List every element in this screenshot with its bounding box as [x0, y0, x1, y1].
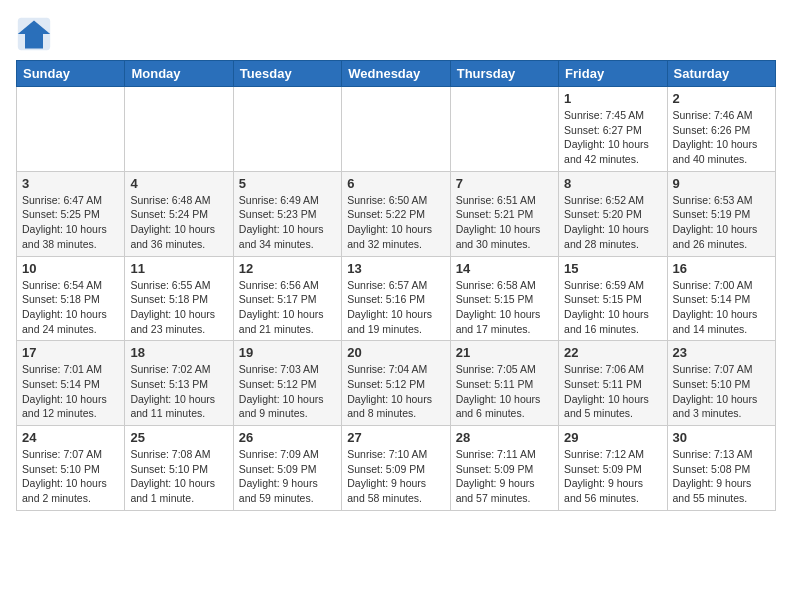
calendar-header-row: SundayMondayTuesdayWednesdayThursdayFrid… [17, 61, 776, 87]
day-number: 7 [456, 176, 553, 191]
day-number: 14 [456, 261, 553, 276]
day-number: 20 [347, 345, 444, 360]
day-number: 6 [347, 176, 444, 191]
day-info: Sunrise: 7:46 AM Sunset: 6:26 PM Dayligh… [673, 108, 770, 167]
calendar-day: 6Sunrise: 6:50 AM Sunset: 5:22 PM Daylig… [342, 171, 450, 256]
day-number: 28 [456, 430, 553, 445]
day-number: 16 [673, 261, 770, 276]
day-info: Sunrise: 7:05 AM Sunset: 5:11 PM Dayligh… [456, 362, 553, 421]
day-number: 9 [673, 176, 770, 191]
calendar-day [17, 87, 125, 172]
calendar-day: 14Sunrise: 6:58 AM Sunset: 5:15 PM Dayli… [450, 256, 558, 341]
page-header [16, 16, 776, 52]
day-number: 27 [347, 430, 444, 445]
col-header-wednesday: Wednesday [342, 61, 450, 87]
calendar-day: 28Sunrise: 7:11 AM Sunset: 5:09 PM Dayli… [450, 426, 558, 511]
calendar-week-5: 24Sunrise: 7:07 AM Sunset: 5:10 PM Dayli… [17, 426, 776, 511]
calendar-day [342, 87, 450, 172]
day-number: 29 [564, 430, 661, 445]
day-info: Sunrise: 7:04 AM Sunset: 5:12 PM Dayligh… [347, 362, 444, 421]
day-number: 8 [564, 176, 661, 191]
day-info: Sunrise: 7:07 AM Sunset: 5:10 PM Dayligh… [673, 362, 770, 421]
day-info: Sunrise: 6:49 AM Sunset: 5:23 PM Dayligh… [239, 193, 336, 252]
day-info: Sunrise: 6:48 AM Sunset: 5:24 PM Dayligh… [130, 193, 227, 252]
col-header-sunday: Sunday [17, 61, 125, 87]
calendar-week-4: 17Sunrise: 7:01 AM Sunset: 5:14 PM Dayli… [17, 341, 776, 426]
calendar-day: 25Sunrise: 7:08 AM Sunset: 5:10 PM Dayli… [125, 426, 233, 511]
calendar-day: 13Sunrise: 6:57 AM Sunset: 5:16 PM Dayli… [342, 256, 450, 341]
calendar-day [125, 87, 233, 172]
day-number: 13 [347, 261, 444, 276]
logo [16, 16, 56, 52]
day-info: Sunrise: 7:06 AM Sunset: 5:11 PM Dayligh… [564, 362, 661, 421]
day-info: Sunrise: 6:51 AM Sunset: 5:21 PM Dayligh… [456, 193, 553, 252]
day-number: 30 [673, 430, 770, 445]
calendar-day [233, 87, 341, 172]
day-number: 19 [239, 345, 336, 360]
day-info: Sunrise: 7:12 AM Sunset: 5:09 PM Dayligh… [564, 447, 661, 506]
day-number: 11 [130, 261, 227, 276]
day-number: 10 [22, 261, 119, 276]
col-header-thursday: Thursday [450, 61, 558, 87]
calendar-day: 7Sunrise: 6:51 AM Sunset: 5:21 PM Daylig… [450, 171, 558, 256]
calendar-day [450, 87, 558, 172]
day-number: 3 [22, 176, 119, 191]
calendar-table: SundayMondayTuesdayWednesdayThursdayFrid… [16, 60, 776, 511]
day-info: Sunrise: 7:08 AM Sunset: 5:10 PM Dayligh… [130, 447, 227, 506]
day-info: Sunrise: 7:10 AM Sunset: 5:09 PM Dayligh… [347, 447, 444, 506]
day-number: 24 [22, 430, 119, 445]
day-info: Sunrise: 7:13 AM Sunset: 5:08 PM Dayligh… [673, 447, 770, 506]
day-info: Sunrise: 7:01 AM Sunset: 5:14 PM Dayligh… [22, 362, 119, 421]
calendar-day: 24Sunrise: 7:07 AM Sunset: 5:10 PM Dayli… [17, 426, 125, 511]
calendar-day: 17Sunrise: 7:01 AM Sunset: 5:14 PM Dayli… [17, 341, 125, 426]
calendar-day: 9Sunrise: 6:53 AM Sunset: 5:19 PM Daylig… [667, 171, 775, 256]
calendar-day: 29Sunrise: 7:12 AM Sunset: 5:09 PM Dayli… [559, 426, 667, 511]
calendar-day: 2Sunrise: 7:46 AM Sunset: 6:26 PM Daylig… [667, 87, 775, 172]
calendar-day: 3Sunrise: 6:47 AM Sunset: 5:25 PM Daylig… [17, 171, 125, 256]
day-info: Sunrise: 6:57 AM Sunset: 5:16 PM Dayligh… [347, 278, 444, 337]
day-info: Sunrise: 7:45 AM Sunset: 6:27 PM Dayligh… [564, 108, 661, 167]
logo-icon [16, 16, 52, 52]
day-number: 15 [564, 261, 661, 276]
day-info: Sunrise: 6:52 AM Sunset: 5:20 PM Dayligh… [564, 193, 661, 252]
day-info: Sunrise: 6:54 AM Sunset: 5:18 PM Dayligh… [22, 278, 119, 337]
day-number: 17 [22, 345, 119, 360]
day-number: 26 [239, 430, 336, 445]
calendar-day: 21Sunrise: 7:05 AM Sunset: 5:11 PM Dayli… [450, 341, 558, 426]
calendar-day: 27Sunrise: 7:10 AM Sunset: 5:09 PM Dayli… [342, 426, 450, 511]
calendar-day: 4Sunrise: 6:48 AM Sunset: 5:24 PM Daylig… [125, 171, 233, 256]
day-info: Sunrise: 7:09 AM Sunset: 5:09 PM Dayligh… [239, 447, 336, 506]
calendar-week-2: 3Sunrise: 6:47 AM Sunset: 5:25 PM Daylig… [17, 171, 776, 256]
calendar-day: 20Sunrise: 7:04 AM Sunset: 5:12 PM Dayli… [342, 341, 450, 426]
col-header-saturday: Saturday [667, 61, 775, 87]
day-info: Sunrise: 6:56 AM Sunset: 5:17 PM Dayligh… [239, 278, 336, 337]
day-info: Sunrise: 6:58 AM Sunset: 5:15 PM Dayligh… [456, 278, 553, 337]
day-number: 4 [130, 176, 227, 191]
day-info: Sunrise: 6:53 AM Sunset: 5:19 PM Dayligh… [673, 193, 770, 252]
calendar-day: 22Sunrise: 7:06 AM Sunset: 5:11 PM Dayli… [559, 341, 667, 426]
day-info: Sunrise: 7:07 AM Sunset: 5:10 PM Dayligh… [22, 447, 119, 506]
calendar-day: 8Sunrise: 6:52 AM Sunset: 5:20 PM Daylig… [559, 171, 667, 256]
day-info: Sunrise: 6:50 AM Sunset: 5:22 PM Dayligh… [347, 193, 444, 252]
day-info: Sunrise: 6:47 AM Sunset: 5:25 PM Dayligh… [22, 193, 119, 252]
day-info: Sunrise: 6:59 AM Sunset: 5:15 PM Dayligh… [564, 278, 661, 337]
day-number: 2 [673, 91, 770, 106]
day-info: Sunrise: 7:03 AM Sunset: 5:12 PM Dayligh… [239, 362, 336, 421]
col-header-friday: Friday [559, 61, 667, 87]
day-info: Sunrise: 6:55 AM Sunset: 5:18 PM Dayligh… [130, 278, 227, 337]
day-number: 22 [564, 345, 661, 360]
day-info: Sunrise: 7:02 AM Sunset: 5:13 PM Dayligh… [130, 362, 227, 421]
day-info: Sunrise: 7:00 AM Sunset: 5:14 PM Dayligh… [673, 278, 770, 337]
calendar-day: 10Sunrise: 6:54 AM Sunset: 5:18 PM Dayli… [17, 256, 125, 341]
day-number: 1 [564, 91, 661, 106]
col-header-monday: Monday [125, 61, 233, 87]
calendar-day: 16Sunrise: 7:00 AM Sunset: 5:14 PM Dayli… [667, 256, 775, 341]
day-number: 5 [239, 176, 336, 191]
calendar-day: 12Sunrise: 6:56 AM Sunset: 5:17 PM Dayli… [233, 256, 341, 341]
calendar-day: 15Sunrise: 6:59 AM Sunset: 5:15 PM Dayli… [559, 256, 667, 341]
calendar-day: 26Sunrise: 7:09 AM Sunset: 5:09 PM Dayli… [233, 426, 341, 511]
calendar-week-1: 1Sunrise: 7:45 AM Sunset: 6:27 PM Daylig… [17, 87, 776, 172]
calendar-day: 30Sunrise: 7:13 AM Sunset: 5:08 PM Dayli… [667, 426, 775, 511]
day-number: 25 [130, 430, 227, 445]
calendar-day: 1Sunrise: 7:45 AM Sunset: 6:27 PM Daylig… [559, 87, 667, 172]
